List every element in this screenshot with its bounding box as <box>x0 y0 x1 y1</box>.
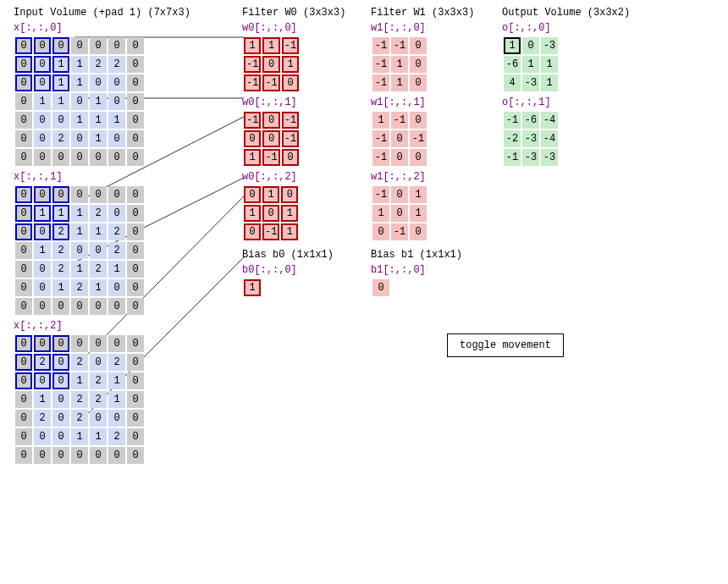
grid-cell: 0 <box>90 335 107 352</box>
grid-cell: -4 <box>541 112 558 129</box>
grid-cell: 0 <box>34 223 51 240</box>
o0-label: o[:,:,0] <box>502 22 630 34</box>
grid-cell: 0 <box>15 37 32 54</box>
grid-cell: 0 <box>34 186 51 203</box>
grid-cell: 0 <box>15 205 32 222</box>
grid-cell: 0 <box>15 56 32 73</box>
grid-cell: 0 <box>391 149 408 166</box>
grid-cell: 0 <box>34 56 51 73</box>
grid-cell: -1 <box>244 56 261 73</box>
grid-cell: 0 <box>52 372 69 389</box>
grid-cell: 0 <box>52 354 69 371</box>
grid-cell: -1 <box>372 37 389 54</box>
grid-cell: 1 <box>90 279 107 296</box>
w1-title: Filter W1 (3x3x3) <box>371 7 474 19</box>
grid-cell: 0 <box>391 205 408 222</box>
grid-cell: 2 <box>71 279 88 296</box>
grid-cell: 0 <box>34 428 51 445</box>
grid-cell: 0 <box>90 74 107 91</box>
input-title: Input Volume (+pad 1) (7x7x3) <box>14 7 190 19</box>
grid-cell: 0 <box>52 335 69 352</box>
grid-cell: 2 <box>34 354 51 371</box>
grid-cell: 0 <box>127 112 144 129</box>
grid-cell: 0 <box>108 205 125 222</box>
grid-cell: 0 <box>90 298 107 315</box>
w0-grid-1: -10-100-11-10 <box>242 110 301 168</box>
grid-cell: -1 <box>244 112 261 129</box>
grid-cell: 2 <box>108 242 125 259</box>
grid-cell: 0 <box>108 149 125 166</box>
grid-cell: 2 <box>52 223 69 240</box>
grid-cell: 0 <box>127 261 144 278</box>
w1-grid-2: -1011010-10 <box>371 185 428 242</box>
grid-cell: 0 <box>127 186 144 203</box>
grid-cell: -1 <box>504 149 521 166</box>
grid-cell: 1 <box>281 205 298 222</box>
grid-cell: 0 <box>410 223 427 240</box>
grid-cell: 0 <box>52 391 69 408</box>
w0-grid-0: 11-1-101-1-10 <box>242 36 301 93</box>
grid-cell: 0 <box>15 447 32 464</box>
grid-cell: 1 <box>282 56 299 73</box>
grid-cell: 2 <box>90 56 107 73</box>
out-title: Output Volume (3x3x2) <box>502 7 630 19</box>
grid-cell: 1 <box>410 205 427 222</box>
grid-cell: 1 <box>71 261 88 278</box>
grid-cell: 0 <box>108 186 125 203</box>
w02-label: w0[:,:,2] <box>242 171 345 183</box>
grid-cell: 2 <box>71 354 88 371</box>
grid-cell: 0 <box>34 149 51 166</box>
grid-cell: 0 <box>34 372 51 389</box>
grid-cell: 2 <box>108 56 125 73</box>
grid-cell: -1 <box>244 74 261 91</box>
grid-cell: 0 <box>282 149 299 166</box>
grid-cell: 0 <box>262 130 279 147</box>
grid-cell: 0 <box>281 186 298 203</box>
grid-cell: 0 <box>127 447 144 464</box>
grid-cell: -3 <box>541 149 558 166</box>
w00-label: w0[:,:,0] <box>242 22 345 34</box>
grid-cell: -1 <box>282 130 299 147</box>
grid-cell: -6 <box>522 112 539 129</box>
grid-cell: 0 <box>15 149 32 166</box>
grid-cell: 0 <box>15 279 32 296</box>
grid-cell: 0 <box>34 112 51 129</box>
grid-cell: 1 <box>504 37 521 54</box>
grid-cell: 0 <box>372 223 389 240</box>
grid-cell: 0 <box>52 37 69 54</box>
grid-cell: 1 <box>108 372 125 389</box>
grid-cell: 0 <box>52 428 69 445</box>
x2-label: x[:,:,2] <box>14 320 190 332</box>
grid-cell: 0 <box>71 242 88 259</box>
grid-cell: 1 <box>244 149 261 166</box>
grid-cell: 0 <box>90 186 107 203</box>
grid-cell: 1 <box>90 428 107 445</box>
grid-cell: -3 <box>522 149 539 166</box>
grid-cell: -1 <box>282 112 299 129</box>
grid-cell: 0 <box>127 130 144 147</box>
grid-cell: -1 <box>391 223 408 240</box>
grid-cell: 0 <box>34 279 51 296</box>
toggle-button[interactable]: toggle movement <box>447 333 564 357</box>
grid-cell: 0 <box>127 354 144 371</box>
grid-cell: 1 <box>52 279 69 296</box>
grid-cell: 0 <box>127 428 144 445</box>
grid-cell: 0 <box>127 93 144 110</box>
grid-cell: 4 <box>504 74 521 91</box>
x1-label: x[:,:,1] <box>14 171 190 183</box>
grid-cell: 0 <box>391 130 408 147</box>
grid-cell: 0 <box>34 130 51 147</box>
grid-cell: 1 <box>108 261 125 278</box>
grid-cell: 1 <box>34 93 51 110</box>
grid-cell: 1 <box>71 372 88 389</box>
grid-cell: 1 <box>281 223 298 240</box>
grid-cell: -1 <box>391 37 408 54</box>
grid-cell: 2 <box>52 242 69 259</box>
grid-cell: 0 <box>391 186 408 203</box>
grid-cell: -3 <box>522 74 539 91</box>
grid-cell: 0 <box>244 223 261 240</box>
input-slice-2: x[:,:,2] 0000000020202000012100102210020… <box>14 320 190 466</box>
grid-cell: -1 <box>372 149 389 166</box>
grid-cell: -1 <box>262 149 279 166</box>
grid-cell: 0 <box>108 93 125 110</box>
